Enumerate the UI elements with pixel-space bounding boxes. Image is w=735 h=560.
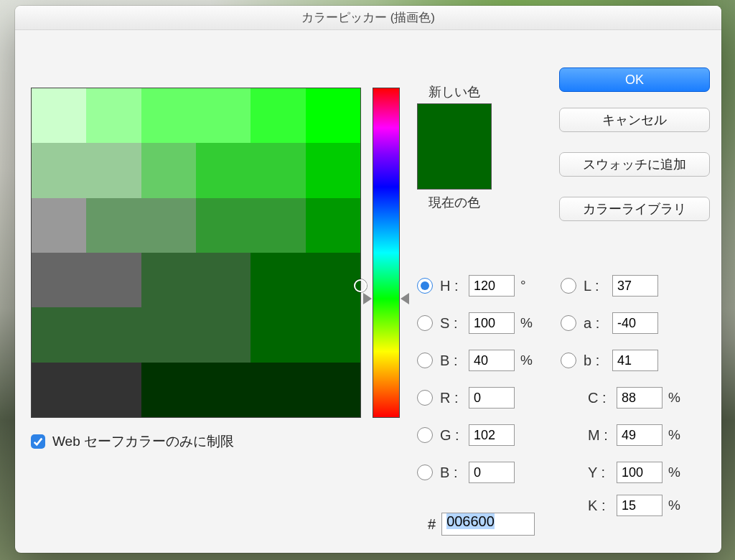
radio-a[interactable] xyxy=(561,315,576,331)
swatch-block: 新しい色 現在の色 xyxy=(417,83,492,211)
saturation-brightness-field[interactable] xyxy=(31,88,361,418)
sb-cursor-icon[interactable] xyxy=(354,279,367,292)
color-picker-dialog: カラーピッカー (描画色) 新しい色 現在の色 OK キャンセル スウォッチに追… xyxy=(15,6,721,553)
input-hex[interactable]: 006600 xyxy=(441,513,535,536)
unit-y: % xyxy=(668,465,688,480)
label-g: G : xyxy=(440,427,469,444)
unit-k: % xyxy=(668,498,688,513)
current-color-label: 現在の色 xyxy=(417,194,492,211)
hue-slider[interactable] xyxy=(373,88,400,418)
add-to-swatches-button[interactable]: スウォッチに追加 xyxy=(559,152,710,177)
radio-r[interactable] xyxy=(417,390,433,406)
input-k[interactable] xyxy=(617,495,663,516)
color-swatch[interactable] xyxy=(417,103,492,190)
value-grid: H : ° L : S : % xyxy=(417,267,711,520)
input-L[interactable] xyxy=(612,275,658,297)
input-hue[interactable] xyxy=(469,275,515,297)
radio-l[interactable] xyxy=(561,278,576,294)
dialog-content: 新しい色 現在の色 OK キャンセル スウォッチに追加 カラーライブラリ H :… xyxy=(15,30,721,553)
label-labb: b : xyxy=(584,353,612,369)
ok-button[interactable]: OK xyxy=(559,67,710,92)
input-bR[interactable] xyxy=(469,462,515,483)
radio-bR[interactable] xyxy=(417,465,433,480)
label-a: a : xyxy=(584,315,612,332)
input-m[interactable] xyxy=(617,424,663,446)
radio-sat[interactable] xyxy=(417,315,433,331)
radio-hue[interactable] xyxy=(417,278,433,294)
input-r[interactable] xyxy=(469,387,515,409)
label-bH: B : xyxy=(440,353,469,369)
unit-m: % xyxy=(668,427,688,443)
unit-s: % xyxy=(520,315,540,331)
input-c[interactable] xyxy=(617,387,663,409)
input-bri[interactable] xyxy=(469,350,515,371)
radio-bri[interactable] xyxy=(417,353,433,368)
input-y[interactable] xyxy=(617,462,663,483)
label-s: S : xyxy=(440,315,469,332)
radio-g[interactable] xyxy=(417,427,433,443)
label-m: M : xyxy=(588,427,617,444)
unit-b: % xyxy=(520,353,540,368)
input-sat[interactable] xyxy=(469,312,515,334)
new-color-label: 新しい色 xyxy=(417,83,492,101)
label-k: K : xyxy=(588,498,617,514)
color-library-button[interactable]: カラーライブラリ xyxy=(559,197,710,221)
input-a[interactable] xyxy=(612,312,658,334)
input-labb[interactable] xyxy=(612,350,658,371)
websafe-checkbox[interactable] xyxy=(31,434,45,449)
check-icon xyxy=(33,437,43,447)
hex-row: # 006600 xyxy=(428,513,535,536)
label-h: H : xyxy=(440,278,469,294)
hue-cursor-right-icon xyxy=(401,293,409,304)
label-r: R : xyxy=(440,390,469,406)
label-y: Y : xyxy=(588,465,617,481)
hash-symbol: # xyxy=(428,516,436,533)
unit-h: ° xyxy=(520,278,540,294)
dialog-title: カラーピッカー (描画色) xyxy=(15,6,721,30)
hue-cursor-left-icon xyxy=(363,293,372,304)
label-bR: B : xyxy=(440,465,469,481)
label-L: L : xyxy=(584,278,612,294)
input-g[interactable] xyxy=(469,424,515,446)
unit-c: % xyxy=(668,390,688,406)
radio-labb[interactable] xyxy=(561,353,576,368)
label-c: C : xyxy=(588,390,617,406)
websafe-row: Web セーフカラーのみに制限 xyxy=(31,432,234,451)
button-column: OK キャンセル スウォッチに追加 カラーライブラリ xyxy=(559,67,710,221)
cancel-button[interactable]: キャンセル xyxy=(559,108,710,132)
websafe-label: Web セーフカラーのみに制限 xyxy=(52,432,234,451)
